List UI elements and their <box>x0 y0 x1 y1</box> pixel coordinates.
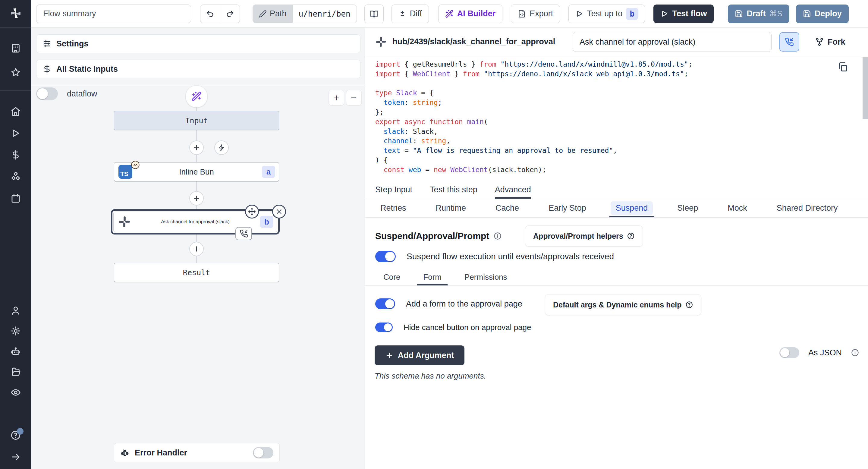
slack-icon <box>375 36 386 47</box>
docs-button[interactable] <box>364 4 384 23</box>
move-step-button[interactable] <box>245 205 259 219</box>
sidebar-item-home[interactable] <box>0 101 31 122</box>
code-scrollbar[interactable] <box>863 57 868 119</box>
dollar-icon <box>42 64 52 73</box>
sidebar-item-users[interactable] <box>0 300 31 321</box>
suspend-phone-incoming-badge <box>236 227 252 240</box>
draft-button[interactable]: Draft ⌘S <box>728 4 789 23</box>
dataflow-toggle[interactable] <box>36 87 58 100</box>
sidebar-item-schedules[interactable] <box>0 188 31 209</box>
step-badge-b: b <box>260 216 273 228</box>
approval-prompt-helpers-button[interactable]: Approval/Prompt helpers <box>525 225 643 247</box>
subtab-mock[interactable]: Mock <box>722 199 752 217</box>
sidebar-item-workspace[interactable] <box>0 38 31 59</box>
approval-node-label: Ask channel for approval (slack) <box>161 219 230 224</box>
sidebar-item-resources[interactable] <box>0 166 31 187</box>
sidebar <box>0 0 31 469</box>
input-node-label: Input <box>185 116 208 125</box>
plus-icon <box>193 245 200 253</box>
info-icon <box>493 232 502 240</box>
subtab-shared-directory[interactable]: Shared Directory <box>772 199 843 217</box>
undo-button[interactable] <box>200 5 220 23</box>
sidebar-item-runs[interactable] <box>0 123 31 144</box>
sidebar-item-audit-logs[interactable] <box>0 382 31 403</box>
path-button[interactable]: Path <box>253 5 293 23</box>
fork-label: Fork <box>828 37 845 47</box>
all-static-inputs-button[interactable]: All Static Inputs <box>36 60 361 79</box>
tab-test-this-step[interactable]: Test this step <box>430 181 477 199</box>
deploy-button[interactable]: Deploy <box>796 4 849 23</box>
trigger-step-button[interactable] <box>214 140 229 155</box>
test-up-to-label: Test up to <box>587 9 622 19</box>
lightning-icon <box>218 144 225 152</box>
subtab-sleep[interactable]: Sleep <box>672 199 703 217</box>
ai-builder-button[interactable]: AI Builder <box>438 4 503 23</box>
tab-step-input[interactable]: Step Input <box>375 181 412 199</box>
subtab-early-stop[interactable]: Early Stop <box>544 199 591 217</box>
sidebar-item-workers[interactable] <box>0 341 31 362</box>
suspend-enable-toggle[interactable] <box>375 251 396 262</box>
plus-icon <box>193 194 200 202</box>
step-name-input[interactable]: Ask channel for approval (slack) <box>572 32 772 52</box>
sidebar-divider <box>0 90 31 91</box>
test-flow-button[interactable]: Test flow <box>653 4 714 23</box>
tab-advanced[interactable]: Advanced <box>495 181 531 199</box>
sidebar-expand-icon[interactable] <box>0 447 31 467</box>
tab-core[interactable]: Core <box>383 269 400 285</box>
plus-icon: + <box>333 92 339 104</box>
path-value[interactable]: u/henri/ben <box>293 5 356 23</box>
tab-form[interactable]: Form <box>423 269 441 285</box>
delete-step-button[interactable] <box>272 205 286 219</box>
subtab-runtime[interactable]: Runtime <box>431 199 471 217</box>
add-step-button[interactable] <box>189 242 204 256</box>
code-editor[interactable]: import { getResumeUrls } from "https://d… <box>375 60 692 175</box>
flow-node-input[interactable]: Input <box>114 111 279 130</box>
error-handler-toggle[interactable] <box>253 447 273 459</box>
sidebar-item-favorites[interactable] <box>0 62 31 83</box>
add-step-button[interactable] <box>189 191 204 206</box>
fork-button[interactable]: Fork <box>815 32 845 52</box>
add-step-button[interactable] <box>189 140 204 155</box>
flow-settings-button[interactable]: Settings <box>36 34 361 53</box>
zoom-in-button[interactable]: + <box>329 90 344 105</box>
add-form-toggle[interactable] <box>375 299 395 309</box>
flow-node-inline-bun[interactable]: TS Inline Bun a <box>114 162 279 182</box>
advanced-subtabs: Retries Runtime Cache Early Stop Suspend… <box>365 199 868 218</box>
plus-icon <box>193 144 200 152</box>
add-argument-button[interactable]: Add Argument <box>375 345 464 365</box>
git-fork-icon <box>815 37 824 46</box>
windmill-logo-icon[interactable] <box>0 0 31 28</box>
help-circle-icon <box>685 301 693 309</box>
code-editor-container: import { getResumeUrls } from "https://d… <box>365 56 868 181</box>
sidebar-item-variables[interactable] <box>0 145 31 165</box>
sidebar-item-help[interactable] <box>0 425 31 445</box>
default-args-help-button[interactable]: Default args & Dynamic enums help <box>545 294 701 315</box>
slack-icon <box>119 216 130 228</box>
error-handler-bar[interactable]: Error Handler <box>114 443 280 462</box>
subtab-retries[interactable]: Retries <box>375 199 411 217</box>
flow-summary-input[interactable]: Flow summary <box>36 4 191 23</box>
save-icon <box>735 10 743 18</box>
phone-incoming-icon <box>785 37 794 46</box>
suspend-indicator-button[interactable] <box>779 32 799 52</box>
zoom-out-button[interactable]: − <box>346 90 362 105</box>
diff-button[interactable]: Diff <box>392 4 429 23</box>
draft-shortcut: ⌘S <box>769 9 782 19</box>
subtab-cache[interactable]: Cache <box>490 199 524 217</box>
flow-node-result[interactable]: Result <box>114 263 279 282</box>
test-up-to-button[interactable]: Test up to b <box>568 4 645 23</box>
ai-flow-wand-button[interactable] <box>185 85 208 107</box>
bun-icon <box>130 160 140 170</box>
redo-button[interactable] <box>220 5 240 23</box>
tab-permissions[interactable]: Permissions <box>464 269 507 285</box>
copy-code-button[interactable] <box>837 61 848 72</box>
export-button[interactable]: Export <box>511 4 560 23</box>
subtab-suspend[interactable]: Suspend <box>611 199 653 217</box>
sidebar-item-settings[interactable] <box>0 321 31 341</box>
hub-script-path[interactable]: hub/2439/slack/ask_channel_for_approval <box>393 37 555 46</box>
sidebar-item-folders[interactable] <box>0 362 31 382</box>
all-static-inputs-label: All Static Inputs <box>56 64 118 74</box>
hide-cancel-toggle[interactable] <box>375 322 393 332</box>
magic-wand-icon <box>191 91 202 101</box>
as-json-toggle[interactable] <box>779 347 799 358</box>
